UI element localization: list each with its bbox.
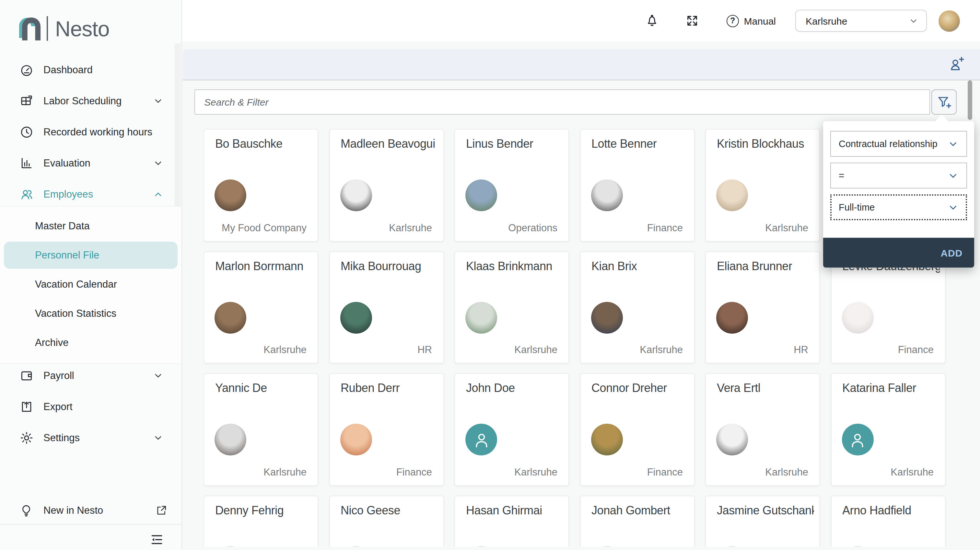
employee-name: Hasan Ghirmai [466, 504, 542, 517]
funnel-plus-icon [936, 94, 952, 110]
chevron-down-icon [153, 158, 163, 168]
filter-field-select[interactable]: Contractual relationship [830, 131, 967, 157]
sidebar: Nesto DashboardLabor SchedulingRecorded … [0, 0, 182, 550]
chevron-down-icon [153, 96, 163, 106]
employee-card-jasmine-gutschank[interactable]: Jasmine Gutschank [705, 495, 820, 547]
employee-card-mika-bourrouag[interactable]: Mika BourrouagHR [329, 251, 444, 363]
employee-name: Bo Bauschke [215, 137, 283, 151]
employee-avatar [215, 546, 246, 547]
sidebar-subitem-label: Master Data [35, 220, 90, 232]
employee-avatar [591, 424, 622, 455]
fullscreen-icon[interactable] [686, 14, 699, 27]
sidebar-item-dashboard[interactable]: Dashboard [0, 54, 181, 86]
employee-card-klaas-brinkmann[interactable]: Klaas BrinkmannKarlsruhe [454, 251, 569, 363]
employee-avatar [716, 302, 748, 333]
employee-name: Madleen Beavogui [340, 137, 435, 151]
add-filter-confirm-button[interactable]: ADD [823, 238, 974, 267]
export-icon [19, 400, 34, 414]
employee-card-marlon-borrmann[interactable]: Marlon BorrmannKarlsruhe [204, 251, 318, 363]
employee-avatar [716, 424, 748, 455]
employee-location: Finance [396, 466, 432, 478]
employee-card-jonah-gombert[interactable]: Jonah Gombert [580, 495, 695, 547]
sidebar-item-evaluation[interactable]: Evaluation [0, 148, 181, 179]
employee-name: Nico Geese [340, 504, 400, 517]
employee-card-john-doe[interactable]: John DoeKarlsruhe [454, 373, 569, 486]
employee-avatar [215, 424, 246, 455]
notifications-bell-icon[interactable] [645, 14, 659, 28]
employee-card-ruben-derr[interactable]: Ruben DerrFinance [329, 373, 444, 486]
sidebar-item-label: Recorded working hours [43, 126, 163, 138]
sidebar-subitem-archive[interactable]: Archive [4, 329, 178, 356]
employee-location: HR [794, 344, 808, 356]
sidebar-subitem-master-data[interactable]: Master Data [4, 213, 178, 240]
sidebar-subitem-label: Vacation Calendar [35, 278, 117, 290]
employee-name: Lotte Benner [592, 137, 657, 151]
employee-card-hasan-ghirmai[interactable]: Hasan Ghirmai [454, 495, 569, 547]
chevron-up-icon [153, 189, 163, 200]
employee-card-vera-ertl[interactable]: Vera ErtlKarlsruhe [705, 373, 820, 486]
sidebar-footer-divider [0, 524, 181, 525]
employee-avatar-placeholder [842, 424, 873, 455]
employee-location: HR [417, 344, 432, 356]
employee-card-yannic-de[interactable]: Yannic DeKarlsruhe [204, 373, 318, 486]
employee-card-levke-dautzenberg[interactable]: Levke DautzenbergFinance [830, 251, 945, 363]
employee-name: Kian Brix [592, 259, 637, 273]
employee-name: Jasmine Gutschank [717, 504, 814, 517]
sidebar-subitem-personnel-file[interactable]: Personnel File [4, 242, 178, 269]
employee-card-kristin-blockhaus[interactable]: Kristin BlockhausKarlsruhe [705, 129, 820, 241]
employee-card-eliana-brunner[interactable]: Eliana BrunnerHR [705, 251, 820, 363]
sidebar-item-recorded-working-hours[interactable]: Recorded working hours [0, 117, 181, 148]
employee-name: Kristin Blockhaus [717, 137, 804, 151]
employee-card-nico-geese[interactable]: Nico Geese [329, 495, 444, 547]
location-select[interactable]: Karlsruhe [795, 10, 927, 32]
content-scrollbar[interactable] [968, 80, 972, 120]
search-input[interactable] [194, 89, 930, 114]
employee-card-lotte-benner[interactable]: Lotte BennerFinance [580, 129, 695, 241]
sidebar-item-label: Dashboard [43, 64, 163, 76]
sidebar-item-new-in-nesto[interactable]: New in Nesto [0, 496, 181, 525]
manual-link[interactable]: ? Manual [727, 14, 776, 27]
chevron-down-icon [948, 170, 959, 181]
employee-card-linus-bender[interactable]: Linus BenderOperations [454, 129, 569, 241]
filter-operator-select[interactable]: = [830, 162, 967, 189]
user-avatar[interactable] [939, 10, 960, 32]
employee-avatar [842, 302, 873, 333]
employee-card-kian-brix[interactable]: Kian BrixKarlsruhe [580, 251, 695, 363]
filter-value-select[interactable]: Full-time [830, 194, 967, 220]
new-in-nesto-label: New in Nesto [43, 505, 156, 516]
sidebar-subitem-vacation-calendar[interactable]: Vacation Calendar [4, 271, 178, 298]
employee-name: Mika Bourrouag [340, 259, 421, 273]
popover-caret [935, 114, 949, 122]
sidebar-item-export[interactable]: Export [0, 391, 181, 422]
nesto-app: Nesto DashboardLabor SchedulingRecorded … [0, 0, 980, 550]
employee-card-bo-bauschke[interactable]: Bo BauschkeMy Food Company [204, 129, 318, 241]
employee-card-arno-hadfield[interactable]: Arno Hadfield [830, 495, 945, 547]
employee-name: Yannic De [215, 382, 267, 395]
employee-card-denny-fehrig[interactable]: Denny Fehrig [204, 495, 318, 547]
add-filter-button[interactable] [931, 89, 957, 114]
add-employee-icon[interactable] [949, 56, 964, 72]
employee-location: Finance [898, 344, 934, 356]
chevron-down-icon [153, 370, 163, 381]
employee-location: Operations [508, 222, 557, 234]
wallet-icon [19, 369, 34, 383]
employee-avatar [716, 180, 748, 211]
sidebar-item-employees[interactable]: Employees [0, 179, 181, 210]
filter-field-value: Contractual relationship [839, 138, 948, 149]
sidebar-subitem-label: Vacation Statistics [35, 308, 116, 320]
sidebar-subitem-vacation-statistics[interactable]: Vacation Statistics [4, 300, 178, 327]
employee-location: Karlsruhe [765, 222, 808, 234]
sidebar-item-labor-scheduling[interactable]: Labor Scheduling [0, 86, 181, 117]
employee-name: Connor Dreher [592, 382, 667, 395]
employee-name: Jonah Gombert [592, 504, 670, 517]
nesto-logo[interactable]: Nesto [19, 14, 109, 43]
employee-card-madleen-beavogui[interactable]: Madleen BeavoguiKarlsruhe [329, 129, 444, 241]
sidebar-item-payroll[interactable]: Payroll [0, 360, 181, 391]
employee-card-katarina-faller[interactable]: Katarina FallerKarlsruhe [830, 373, 945, 486]
sidebar-subitem-label: Personnel File [35, 250, 99, 261]
employee-card-connor-dreher[interactable]: Connor DreherFinance [580, 373, 695, 486]
collapse-sidebar-icon[interactable] [150, 533, 164, 547]
chevron-down-icon [948, 138, 959, 149]
sidebar-item-settings[interactable]: Settings [0, 422, 181, 453]
gear-icon [19, 431, 34, 445]
